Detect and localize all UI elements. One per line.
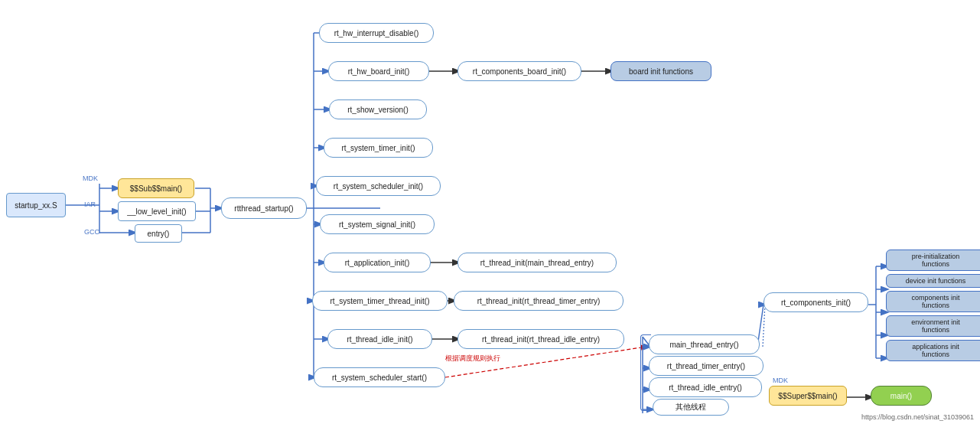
thread-init-idle-node: rt_thread_init(rt_thread_idle_entry) — [457, 329, 624, 349]
low-level-node: __low_level_init() — [118, 201, 196, 221]
main-thread-entry-node: main_thread_entry() — [649, 334, 760, 354]
gcc-label: GCC — [84, 228, 99, 236]
rtthread-startup-label: rtthread_startup() — [234, 204, 293, 213]
environment-init-label: environment initfunctions — [886, 315, 980, 337]
thread-timer-entry-node: rt_thread_timer_entry() — [649, 356, 763, 376]
other-thread-node: 其他线程 — [653, 399, 729, 416]
board-init-functions-node: board init functions — [610, 61, 711, 81]
components-board-init-label: rt_components_board_init() — [473, 67, 566, 76]
other-thread-label: 其他线程 — [676, 402, 706, 413]
system-scheduler-start-label: rt_system_scheduler_start() — [332, 373, 427, 382]
svg-line-47 — [763, 305, 765, 347]
thread-idle-entry-label: rt_thread_idle_entry() — [669, 383, 742, 392]
show-version-label: rt_show_version() — [347, 106, 408, 114]
thread-init-main-label: rt_thread_init(main_thread_entry) — [480, 259, 594, 267]
low-level-label: __low_level_init() — [127, 207, 186, 216]
hw-board-init-label: rt_hw_board_init() — [348, 67, 410, 76]
startup-node: startup_xx.S — [6, 193, 66, 217]
thread-timer-entry-label: rt_thread_timer_entry() — [667, 362, 745, 370]
hw-interrupt-disable-label: rt_hw_interrupt_disable() — [334, 29, 419, 38]
application-init-node: rt_application_init() — [324, 253, 431, 272]
chinese-label: 根据调度规则执行 — [445, 354, 500, 364]
hw-interrupt-disable-node: rt_hw_interrupt_disable() — [319, 23, 434, 43]
startup-label: startup_xx.S — [15, 201, 57, 210]
main-thread-entry-label: main_thread_entry() — [669, 341, 738, 349]
side-labels: pre-initializationfunctions device init … — [886, 250, 980, 361]
super-main-label: $$Super$$main() — [778, 392, 837, 400]
system-timer-init-node: rt_system_timer_init() — [324, 138, 433, 158]
sub-main-node: $$Sub$$main() — [118, 178, 194, 198]
super-main-node: $$Super$$main() — [769, 386, 847, 406]
iar-label: IAR — [84, 201, 96, 208]
thread-init-main-node: rt_thread_init(main_thread_entry) — [457, 253, 617, 272]
sub-main-label: $$Sub$$main() — [130, 184, 182, 193]
thread-init-idle-label: rt_thread_init(rt_thread_idle_entry) — [482, 335, 600, 344]
thread-idle-init-node: rt_thread_idle_init() — [327, 329, 432, 349]
thread-init-timer-node: rt_thread_init(rt_thread_timer_entry) — [454, 291, 623, 311]
main-label: main() — [890, 392, 912, 400]
mdk-label: MDK — [83, 174, 98, 182]
main-node: main() — [871, 386, 932, 406]
diagram: startup_xx.S MDK IAR GCC $$Sub$$main() _… — [0, 0, 980, 424]
system-timer-thread-init-label: rt_system_timer_thread_init() — [330, 297, 429, 305]
board-init-functions-label: board init functions — [629, 67, 693, 76]
application-init-label: rt_application_init() — [345, 259, 410, 267]
url-text: https://blog.csdn.net/sinat_31039061 — [861, 413, 974, 421]
system-timer-thread-init-node: rt_system_timer_thread_init() — [312, 291, 448, 311]
thread-idle-init-label: rt_thread_idle_init() — [347, 335, 412, 344]
system-signal-init-node: rt_system_signal_init() — [320, 214, 435, 234]
entry-node: entry() — [135, 224, 182, 243]
components-init-label: components initfunctions — [886, 291, 980, 312]
hw-board-init-node: rt_hw_board_init() — [328, 61, 429, 81]
system-scheduler-init-label: rt_system_scheduler_init() — [334, 182, 423, 191]
system-signal-init-label: rt_system_signal_init() — [339, 220, 415, 229]
rt-components-init-label: rt_components_init() — [781, 298, 851, 307]
components-board-init-node: rt_components_board_init() — [457, 61, 581, 81]
device-init-label: device init functions — [886, 274, 980, 288]
mdk2-label: MDK — [773, 377, 788, 384]
system-timer-init-label: rt_system_timer_init() — [341, 144, 415, 152]
rt-components-init-node: rt_components_init() — [763, 292, 868, 312]
rtthread-startup-node: rtthread_startup() — [221, 197, 307, 219]
thread-idle-entry-node: rt_thread_idle_entry() — [649, 377, 762, 397]
thread-init-timer-label: rt_thread_init(rt_thread_timer_entry) — [477, 297, 601, 305]
pre-init-label: pre-initializationfunctions — [886, 250, 980, 271]
show-version-node: rt_show_version() — [329, 99, 427, 119]
system-scheduler-init-node: rt_system_scheduler_init() — [316, 176, 441, 196]
entry-label: entry() — [148, 230, 170, 238]
system-scheduler-start-node: rt_system_scheduler_start() — [314, 367, 445, 387]
applications-init-label: applications initfunctions — [886, 340, 980, 361]
